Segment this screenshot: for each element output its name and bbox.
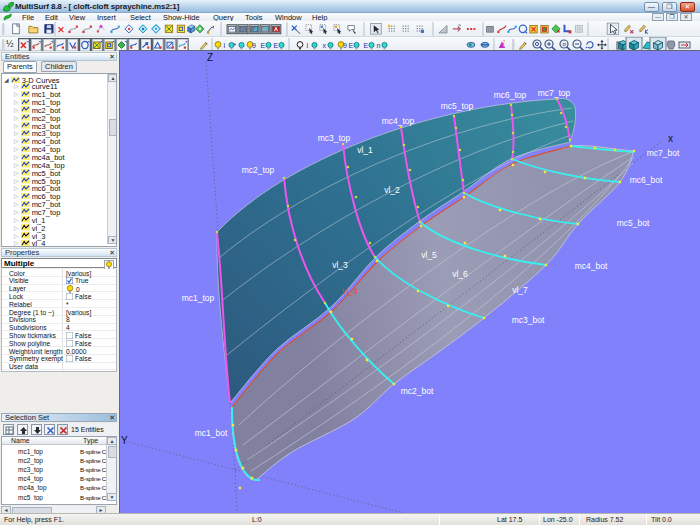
svg-text:½: ½: [6, 39, 14, 49]
svg-text:vl_7: vl_7: [512, 285, 528, 295]
svg-text:mc4_top: mc4_top: [382, 116, 415, 126]
svg-text:E: E: [364, 42, 369, 49]
svg-text:mc2_top: mc2_top: [242, 165, 275, 175]
svg-text:mc6_top: mc6_top: [494, 90, 527, 100]
svg-text:vl_3: vl_3: [332, 260, 348, 270]
svg-text:mc3_top: mc3_top: [318, 133, 351, 143]
svg-text:mc2_bot: mc2_bot: [401, 386, 434, 396]
svg-text:9: 9: [343, 42, 347, 49]
svg-text:mc6_bot: mc6_bot: [630, 175, 663, 185]
svg-text:l: l: [224, 42, 226, 49]
svg-text:¤: ¤: [562, 41, 566, 48]
svg-text:vl_1: vl_1: [357, 145, 373, 155]
svg-text:mc1_top: mc1_top: [182, 293, 215, 303]
svg-text:9: 9: [252, 42, 256, 49]
svg-text:mc7_bot: mc7_bot: [647, 148, 680, 158]
svg-text:vl_2: vl_2: [384, 185, 400, 195]
svg-text:E: E: [274, 42, 279, 49]
svg-text:E: E: [261, 42, 266, 49]
svg-text:mc4_bot: mc4_bot: [575, 261, 608, 271]
svg-text:n: n: [377, 42, 381, 49]
svg-text:vl_6: vl_6: [452, 269, 468, 279]
svg-text:Y: Y: [121, 435, 128, 446]
svg-text:x: x: [323, 42, 327, 49]
svg-text:mc5_top: mc5_top: [441, 101, 474, 111]
svg-text:*: *: [234, 42, 237, 49]
svg-text:vl_5: vl_5: [421, 250, 437, 260]
svg-text:mc1_bot: mc1_bot: [195, 428, 228, 438]
svg-text:mc3_bot: mc3_bot: [512, 315, 545, 325]
svg-text:mc5_bot: mc5_bot: [617, 218, 650, 228]
svg-text:E: E: [349, 42, 354, 49]
svg-text:mc7_top: mc7_top: [538, 88, 571, 98]
svg-text:Z: Z: [207, 52, 213, 63]
svg-text:x: x: [668, 133, 673, 144]
svg-text:vl_4: vl_4: [342, 286, 358, 296]
svg-text:l: l: [307, 42, 309, 49]
